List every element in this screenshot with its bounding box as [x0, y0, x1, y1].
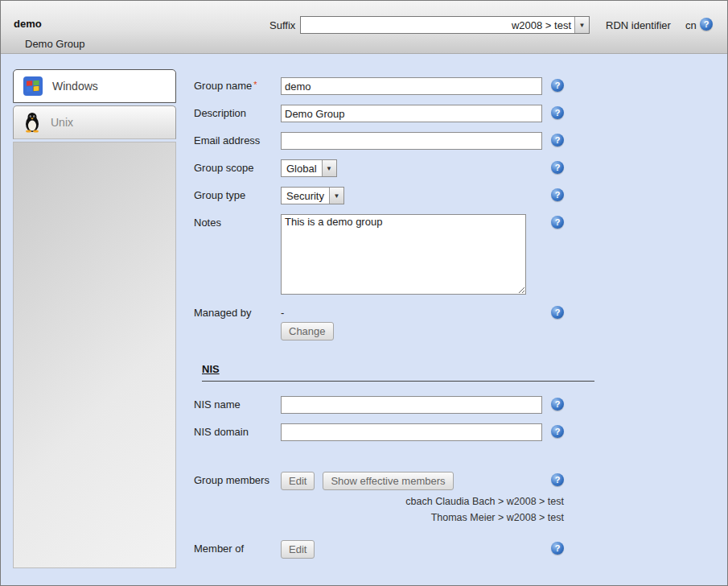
description-input[interactable]: [281, 105, 542, 122]
help-icon[interactable]: ?: [551, 425, 564, 438]
group-name-label: Group name*: [194, 77, 281, 92]
edit-group-members-button[interactable]: Edit: [281, 472, 315, 490]
nis-name-label: NIS name: [194, 396, 281, 411]
group-members-label: Group members: [194, 472, 281, 486]
help-icon[interactable]: ?: [551, 542, 564, 555]
group-member-item: cbach Claudia Bach > w2008 > test: [194, 493, 564, 510]
help-icon[interactable]: ?: [551, 188, 564, 201]
suffix-select[interactable]: w2008 > test ▼: [300, 16, 590, 34]
required-asterisk: *: [253, 80, 257, 89]
show-effective-members-button[interactable]: Show effective members: [323, 472, 453, 490]
help-icon[interactable]: ?: [551, 398, 564, 411]
description-row: Description ?: [194, 105, 572, 122]
help-icon[interactable]: ?: [551, 473, 564, 486]
help-icon[interactable]: ?: [551, 106, 564, 119]
group-member-item: Thomas Meier > w2008 > test: [194, 510, 564, 526]
managed-by-label: Managed by: [194, 304, 281, 319]
chevron-down-icon[interactable]: ▼: [574, 17, 589, 33]
tab-windows[interactable]: Windows: [13, 69, 176, 103]
nis-section-header: NIS: [202, 361, 594, 382]
member-of-row: Member of Edit ?: [194, 540, 572, 559]
group-type-label: Group type: [194, 187, 281, 201]
tab-unix[interactable]: Unix: [13, 105, 176, 139]
page-title: demo: [14, 18, 42, 30]
group-edit-window: demo Demo Group Suffix w2008 > test ▼ RD…: [0, 0, 728, 586]
nis-name-input[interactable]: [281, 396, 542, 414]
email-input[interactable]: [281, 132, 542, 150]
managed-by-row: Managed by - ?: [194, 304, 572, 322]
help-icon[interactable]: ?: [551, 79, 564, 92]
suffix-label: Suffix: [269, 19, 295, 31]
group-type-row: Group type Security ▼ ?: [194, 187, 572, 204]
email-label: Email address: [194, 132, 281, 146]
help-icon[interactable]: ?: [551, 161, 564, 174]
rdn-identifier-value: cn: [685, 19, 697, 31]
help-icon[interactable]: ?: [551, 134, 564, 146]
help-icon[interactable]: ?: [551, 216, 564, 229]
notes-row: Notes This is a demo group ?: [194, 214, 572, 295]
group-scope-select[interactable]: Global ▼: [281, 159, 337, 177]
header-bar: demo Demo Group Suffix w2008 > test ▼ RD…: [1, 1, 727, 54]
change-managed-by-button[interactable]: Change: [281, 322, 334, 340]
module-sidebar: Windows Unix: [13, 69, 176, 568]
help-icon[interactable]: ?: [700, 18, 713, 31]
help-icon[interactable]: ?: [551, 306, 564, 319]
nis-name-row: NIS name ?: [194, 396, 572, 414]
nis-section-title: NIS: [202, 363, 220, 375]
group-scope-row: Group scope Global ▼ ?: [194, 159, 572, 177]
group-name-row: Group name* ?: [194, 77, 572, 95]
email-row: Email address ?: [194, 132, 572, 150]
nis-domain-row: NIS domain ?: [194, 423, 572, 441]
group-type-select[interactable]: Security ▼: [281, 187, 344, 204]
nis-domain-input[interactable]: [281, 423, 542, 441]
nis-domain-label: NIS domain: [194, 423, 281, 438]
edit-member-of-button[interactable]: Edit: [281, 540, 315, 559]
windows-logo-icon: [23, 76, 43, 96]
group-scope-label: Group scope: [194, 159, 281, 174]
group-members-list: cbach Claudia Bach > w2008 > test Thomas…: [194, 493, 564, 526]
managed-by-value: -: [281, 304, 284, 319]
group-form: Group name* ? Description ? Email addres…: [194, 77, 572, 568]
group-scope-value: Global: [282, 163, 322, 175]
chevron-down-icon[interactable]: ▼: [322, 160, 336, 176]
rdn-identifier-label: RDN identifier: [606, 19, 671, 31]
tux-penguin-icon: [23, 112, 41, 133]
page-subtitle: Demo Group: [25, 38, 84, 50]
notes-textarea[interactable]: This is a demo group: [281, 214, 526, 295]
suffix-selected-value: w2008 > test: [301, 19, 574, 31]
tab-unix-label: Unix: [51, 116, 73, 129]
group-type-value: Security: [282, 190, 329, 202]
notes-label: Notes: [194, 214, 281, 229]
description-label: Description: [194, 105, 281, 119]
sidebar-panel: [13, 142, 176, 568]
member-of-label: Member of: [194, 540, 281, 555]
tab-windows-label: Windows: [52, 80, 98, 93]
group-name-input[interactable]: [281, 77, 542, 95]
group-members-row: Group members Edit Show effective member…: [194, 472, 572, 490]
chevron-down-icon[interactable]: ▼: [329, 188, 343, 204]
